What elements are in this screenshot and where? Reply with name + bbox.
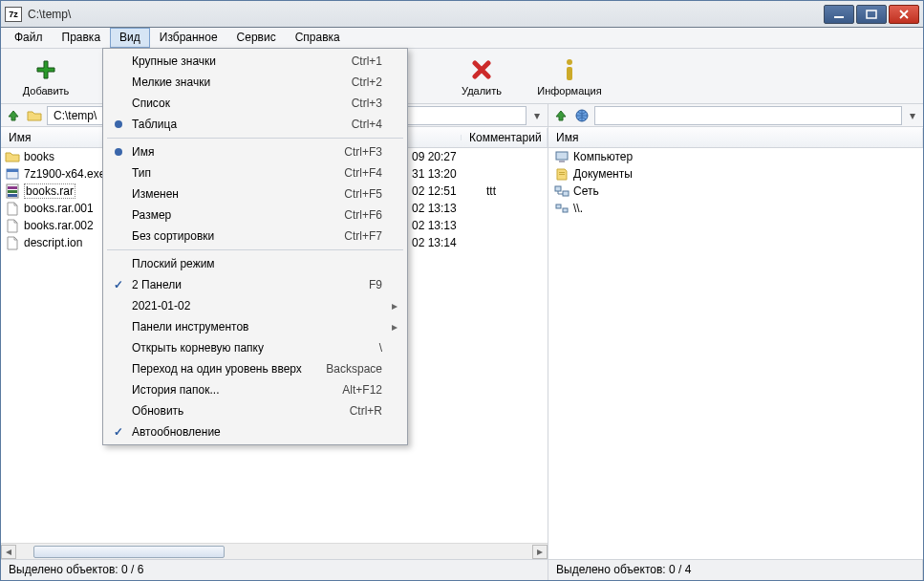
menu-label: Имя (132, 145, 344, 159)
info-button[interactable]: Информация (532, 56, 607, 97)
menu-Избранное[interactable]: Избранное (150, 28, 227, 48)
minimize-button[interactable] (824, 5, 854, 24)
menu-shortcut: Ctrl+R (350, 404, 382, 418)
svg-rect-5 (7, 169, 18, 172)
svg-rect-1 (867, 11, 876, 18)
menu-item[interactable]: Переход на один уровень вверхBackspace (105, 358, 405, 379)
nav-name: \\. (573, 202, 583, 215)
maximize-button[interactable] (856, 5, 887, 24)
net2-icon (554, 201, 569, 216)
menu-label: Таблица (132, 118, 352, 131)
menu-item[interactable]: СписокCtrl+3 (105, 93, 405, 114)
scroll-right-arrow[interactable]: ▸ (532, 545, 548, 559)
menu-shortcut: Ctrl+1 (352, 54, 382, 68)
hscrollbar-left[interactable]: ◂ ▸ (1, 543, 548, 559)
folder-icon (5, 149, 20, 164)
up-icon[interactable] (552, 107, 569, 124)
nav-name: Компьютер (573, 150, 633, 163)
menu-item[interactable]: ТипCtrl+F4 (105, 162, 405, 183)
col-name[interactable]: Имя (1, 128, 104, 147)
nav-row[interactable]: Сеть (548, 183, 923, 200)
menu-item[interactable]: Открыть корневую папку\ (105, 337, 405, 358)
menu-item[interactable]: 2021-01-02▸ (105, 295, 405, 316)
check-mark-icon: ✓ (111, 278, 126, 291)
menu-label: Список (132, 97, 352, 110)
delete-button[interactable]: Удалить (444, 56, 519, 97)
path-dropdown-right[interactable]: ▾ (906, 109, 919, 122)
menu-item[interactable]: ИмяCtrl+F3 (105, 141, 405, 162)
titlebar[interactable]: 7z C:\temp\ (1, 1, 923, 28)
file-name: descript.ion (24, 236, 82, 249)
menu-item[interactable]: Крупные значкиCtrl+1 (105, 51, 405, 72)
menu-shortcut: Backspace (326, 362, 382, 376)
svg-rect-8 (8, 190, 17, 193)
rar-icon (5, 183, 20, 199)
menu-label: Изменен (132, 187, 344, 201)
up-icon[interactable] (5, 107, 22, 124)
nav-row[interactable]: Компьютер (548, 148, 923, 165)
menu-Сервис[interactable]: Сервис (227, 28, 286, 48)
submenu-arrow-icon: ▸ (392, 320, 398, 334)
menu-label: Автообновление (132, 425, 382, 439)
status-right: Выделено объектов: 0 / 4 (548, 560, 923, 580)
plus-icon (32, 56, 59, 83)
menu-item[interactable]: РазмерCtrl+F6 (105, 204, 405, 226)
svg-rect-7 (8, 186, 17, 189)
menu-label: Мелкие значки (132, 75, 352, 89)
close-button[interactable] (889, 5, 919, 24)
address-bar-right: ▾ (548, 104, 923, 127)
menu-item[interactable]: Панели инструментов▸ (105, 316, 405, 337)
menu-label: Переход на один уровень вверх (132, 362, 326, 376)
menu-item[interactable]: ОбновитьCtrl+R (105, 400, 405, 421)
nav-row[interactable]: \\. (548, 200, 923, 217)
menu-shortcut: F9 (369, 278, 382, 291)
folder-icon[interactable] (26, 107, 43, 124)
menu-item[interactable]: Без сортировкиCtrl+F7 (105, 226, 405, 247)
menu-label: Обновить (132, 404, 350, 418)
svg-rect-12 (559, 161, 565, 162)
file-name: books.rar (24, 183, 75, 199)
svg-rect-11 (556, 152, 568, 160)
menu-item[interactable]: ИзмененCtrl+F5 (105, 183, 405, 204)
svg-point-2 (567, 59, 572, 65)
file-name: books.rar.001 (24, 202, 94, 215)
submenu-arrow-icon: ▸ (392, 299, 398, 312)
path-input-right[interactable] (594, 106, 902, 125)
menu-Правка[interactable]: Правка (53, 28, 111, 48)
menu-Вид[interactable]: Вид (110, 28, 150, 48)
menu-label: 2 Панели (132, 278, 369, 291)
svg-rect-15 (555, 186, 561, 191)
file-date: 02 13:14 (412, 236, 457, 249)
column-header-right[interactable]: Имя (548, 127, 923, 148)
globe-icon[interactable] (573, 107, 591, 124)
file-comment: ttt (486, 184, 496, 198)
menu-item[interactable]: Мелкие значкиCtrl+2 (105, 72, 405, 93)
svg-rect-0 (834, 16, 844, 18)
path-dropdown-left[interactable]: ▾ (530, 109, 544, 122)
svg-rect-13 (559, 172, 565, 173)
menu-label: 2021-01-02 (132, 299, 382, 312)
file-name: books.rar.002 (24, 219, 94, 232)
menu-item[interactable]: ✓Автообновление (105, 421, 405, 442)
menu-label: Панели инструментов (132, 320, 382, 334)
file-list-right[interactable]: КомпьютерДокументыСеть\\. (548, 148, 923, 559)
statusbar: Выделено объектов: 0 / 6 Выделено объект… (1, 559, 923, 580)
scroll-thumb[interactable] (33, 546, 225, 558)
menu-item[interactable]: История папок...Alt+F12 (105, 379, 405, 400)
menu-shortcut: Ctrl+4 (352, 118, 382, 131)
menu-label: Открыть корневую папку (132, 341, 379, 355)
menu-shortcut: Ctrl+F5 (344, 187, 382, 201)
menu-Справка[interactable]: Справка (286, 28, 350, 48)
nav-name: Сеть (573, 184, 599, 198)
nav-row[interactable]: Документы (548, 165, 923, 183)
menu-item[interactable]: ✓2 ПанелиF9 (105, 274, 405, 295)
menu-Файл[interactable]: Файл (5, 28, 53, 48)
menu-item[interactable]: Плоский режим (105, 253, 405, 274)
scroll-left-arrow[interactable]: ◂ (1, 545, 16, 559)
col-name[interactable]: Имя (548, 128, 923, 147)
svg-rect-3 (567, 67, 572, 80)
add-button[interactable]: Добавить (9, 56, 83, 97)
col-comment[interactable]: Комментарий (462, 128, 548, 147)
menu-item[interactable]: ТаблицаCtrl+4 (105, 114, 405, 135)
radio-mark-icon (115, 120, 122, 128)
